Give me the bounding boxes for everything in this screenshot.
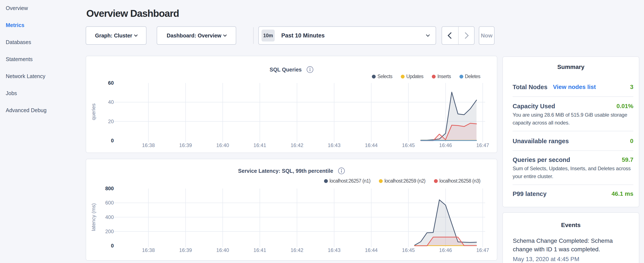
summary-row-value: 3 (630, 83, 633, 91)
summary-row-value: 0.01% (616, 102, 633, 110)
event-message[interactable]: Schema Change Completed: Schema change w… (513, 237, 630, 254)
svg-text:16:43: 16:43 (328, 142, 340, 148)
chevron-down-icon (223, 33, 227, 37)
svg-text:16:44: 16:44 (365, 142, 378, 148)
sidebar: OverviewMetricsDatabasesStatementsNetwor… (0, 0, 86, 263)
svg-text:latency (ms): latency (ms) (90, 203, 96, 231)
svg-text:16:42: 16:42 (291, 142, 304, 148)
summary-row-subtext: You are using 28.6 MiB of 515.9 GiB usab… (512, 111, 633, 127)
summary-row-label: Total Nodes (512, 83, 548, 91)
dashboard-dropdown[interactable]: Dashboard: Overview (157, 26, 236, 45)
chevron-left-icon (448, 32, 454, 39)
svg-text:16:40: 16:40 (216, 247, 229, 253)
svg-text:16:38: 16:38 (142, 247, 155, 253)
page-title: Overview Dashboard (86, 9, 179, 18)
svg-text:16:43: 16:43 (328, 247, 340, 253)
events-body: Schema Change Completed: Schema change w… (503, 229, 639, 263)
svg-text:20: 20 (108, 119, 114, 124)
next-time-button[interactable] (458, 27, 474, 44)
chevron-down-icon (426, 33, 430, 37)
prev-time-button[interactable] (442, 27, 458, 44)
svg-text:0: 0 (111, 138, 114, 143)
sidebar-item-advanced-debug[interactable]: Advanced Debug (6, 102, 46, 119)
events-panel: Events Schema Change Completed: Schema c… (502, 212, 639, 263)
summary-row-p99-latency: P99 latency 46.1 ms (512, 185, 633, 204)
summary-row-value: 46.1 ms (612, 190, 633, 198)
overview-dashboard-page: { "sidebar": { "items": [ { "id": "overv… (0, 0, 644, 263)
summary-panel: Summary Total Nodes View nodes list 3 Ca… (502, 56, 639, 207)
svg-text:queries: queries (90, 103, 96, 120)
sql-queries-chart-card: SQL QueriesSelectsUpdatesInsertsDeletes1… (86, 56, 497, 153)
svg-text:16:45: 16:45 (402, 142, 415, 148)
svg-text:400: 400 (105, 214, 114, 220)
time-range-picker[interactable]: 10m Past 10 Minutes (258, 26, 436, 45)
summary-row-queries-per-second: Queries per second 59.7 Sum of Selects, … (512, 151, 633, 185)
sidebar-item-network-latency[interactable]: Network Latency (6, 68, 46, 85)
controls-divider (253, 27, 254, 44)
chart-plot: 16:3816:3916:4016:4116:4216:4316:4416:45… (86, 56, 497, 153)
summary-row-subtext: Sum of Selects, Updates, Inserts, and De… (512, 164, 633, 180)
svg-text:16:46: 16:46 (439, 142, 452, 148)
svg-text:16:45: 16:45 (402, 247, 415, 253)
svg-text:16:44: 16:44 (365, 247, 378, 253)
service-latency-chart-card: Service Latency: SQL, 99th percentileloc… (86, 159, 497, 261)
svg-text:40: 40 (108, 99, 114, 105)
svg-text:16:42: 16:42 (291, 247, 304, 253)
svg-text:16:47: 16:47 (476, 247, 489, 253)
svg-text:800: 800 (105, 185, 114, 191)
time-range-label: Past 10 Minutes (281, 32, 426, 39)
svg-text:600: 600 (105, 200, 114, 205)
sidebar-item-overview[interactable]: Overview (6, 0, 46, 17)
summary-title: Summary (503, 57, 639, 71)
summary-row-label: Unavailable ranges (512, 137, 569, 145)
svg-text:60: 60 (108, 80, 114, 86)
svg-text:16:38: 16:38 (142, 142, 155, 148)
svg-text:16:41: 16:41 (254, 142, 266, 148)
chart-plot: 16:3816:3916:4016:4116:4216:4316:4416:45… (86, 159, 497, 260)
summary-row-label: Queries per second (512, 156, 570, 164)
svg-text:16:47: 16:47 (476, 142, 489, 148)
summary-row-label: P99 latency (512, 190, 546, 198)
event-timestamp: May 13, 2020 at 4:45 PM (513, 255, 630, 263)
sidebar-item-databases[interactable]: Databases (6, 34, 46, 51)
dashboard-dropdown-label: Dashboard: Overview (167, 33, 221, 39)
summary-row-value: 59.7 (622, 156, 634, 164)
summary-row-value: 0 (630, 137, 633, 145)
summary-body: Total Nodes View nodes list 3 Capacity U… (503, 71, 639, 204)
summary-row-total-nodes: Total Nodes View nodes list 3 (512, 71, 633, 97)
svg-text:16:40: 16:40 (216, 142, 229, 148)
sidebar-nav-list: OverviewMetricsDatabasesStatementsNetwor… (6, 0, 46, 119)
now-button-label: Now (481, 32, 492, 39)
summary-row-label: Capacity Used (512, 102, 555, 110)
graph-dropdown[interactable]: Graph: Cluster (86, 26, 146, 45)
time-pager (442, 26, 474, 45)
events-title: Events (503, 213, 639, 229)
view-nodes-list-link[interactable]: View nodes list (553, 83, 596, 91)
chevron-right-icon (462, 32, 468, 39)
now-button[interactable]: Now (479, 26, 494, 45)
svg-text:16:41: 16:41 (254, 247, 266, 253)
sidebar-item-jobs[interactable]: Jobs (6, 85, 46, 102)
sidebar-item-statements[interactable]: Statements (6, 51, 46, 68)
graph-dropdown-label: Graph: Cluster (95, 33, 132, 39)
svg-text:200: 200 (105, 228, 114, 234)
chevron-down-icon (134, 33, 138, 37)
svg-text:0: 0 (111, 243, 114, 248)
sidebar-item-metrics[interactable]: Metrics (6, 17, 46, 34)
svg-text:16:39: 16:39 (179, 247, 192, 253)
time-range-badge: 10m (262, 30, 275, 42)
svg-text:16:39: 16:39 (179, 142, 192, 148)
summary-row-unavailable-ranges: Unavailable ranges 0 (512, 131, 633, 151)
summary-row-capacity-used: Capacity Used 0.01% You are using 28.6 M… (512, 97, 633, 131)
svg-text:16:46: 16:46 (439, 247, 452, 253)
